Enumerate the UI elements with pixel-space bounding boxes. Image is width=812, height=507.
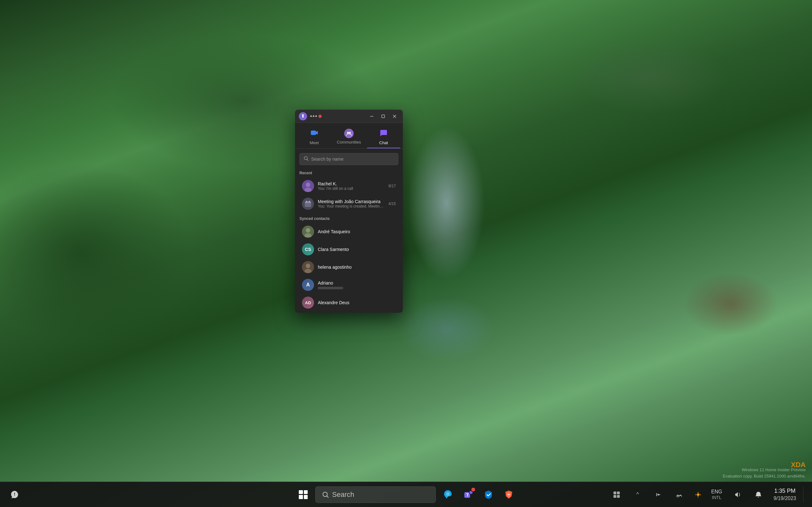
language-indicator[interactable]: ENG INTL [709, 487, 725, 503]
tab-communities-label: Communities [337, 140, 361, 145]
rachel-name: Rachel K. [318, 181, 385, 186]
svg-rect-30 [617, 492, 620, 494]
teams-taskbar-icon[interactable]: T [460, 487, 476, 503]
svg-point-11 [306, 182, 310, 187]
adriano-avatar: A [302, 279, 314, 291]
alexandre-name: Alexandre Deus [318, 300, 396, 305]
synced-contacts-title: Synced contacts [299, 216, 398, 221]
adriano-redacted [318, 287, 343, 289]
rachel-date: 8/17 [389, 184, 396, 188]
search-icon [304, 156, 309, 162]
notification-bell-icon[interactable] [750, 487, 767, 503]
alexandre-info: Alexandre Deus [318, 300, 396, 305]
lang-code: ENG [711, 489, 722, 495]
andre-avatar [302, 226, 314, 238]
search-area: Search by name [295, 149, 403, 168]
svg-rect-0 [302, 115, 304, 118]
synced-contacts-section: Synced contacts André Tasqueiro [295, 214, 403, 313]
titlebar-menu-dots[interactable] [310, 115, 322, 118]
tab-meet-label: Meet [310, 140, 319, 145]
clara-info: Clara Sarmento [318, 247, 396, 252]
helena-name: helena agostinho [318, 265, 396, 270]
taskbar-right: ^ [608, 487, 806, 503]
svg-text:T: T [466, 493, 469, 498]
contact-item-clara[interactable]: CS Clara Sarmento [299, 240, 398, 258]
communities-icon [344, 129, 354, 138]
search-input-wrap[interactable]: Search by name [299, 153, 398, 165]
minimize-button[interactable] [367, 112, 376, 121]
rachel-sub: You: I'm still on a call [318, 186, 385, 191]
clock-display[interactable]: 1:35 PM 9/19/2023 [771, 487, 799, 503]
helena-avatar [302, 261, 314, 273]
contact-item-rachel[interactable]: Rachel K. You: I'm still on a call 8/17 [299, 177, 398, 195]
media-controls-icon[interactable] [650, 487, 667, 503]
adriano-info: Adriano [318, 280, 396, 289]
teams-notification-badge [471, 487, 476, 492]
taskbar: Search T [0, 482, 812, 507]
contact-item-joao-meeting[interactable]: Meeting with João Carrasqueira You: Your… [299, 195, 398, 213]
teams-chat-panel: Meet Communities [295, 110, 403, 313]
svg-point-22 [306, 264, 310, 268]
svg-point-37 [700, 494, 701, 495]
xda-watermark: XDA [791, 461, 806, 469]
panel-tabs: Meet Communities [295, 123, 403, 148]
contact-item-helena[interactable]: helena agostinho [299, 258, 398, 276]
titlebar-left [299, 112, 322, 120]
taskbar-overflow-icon[interactable]: ^ [629, 487, 646, 503]
helena-info: helena agostinho [318, 265, 396, 270]
svg-point-19 [306, 228, 310, 233]
svg-point-7 [349, 132, 351, 134]
contact-item-andre[interactable]: André Tasqueiro [299, 223, 398, 240]
time-text: 1:35 PM [774, 488, 796, 495]
svg-line-25 [327, 496, 328, 498]
tab-communities[interactable]: Communities [332, 125, 365, 148]
tab-meet[interactable]: Meet [298, 125, 331, 148]
rachel-avatar [302, 180, 314, 192]
maximize-button[interactable] [379, 112, 388, 121]
volume-icon[interactable] [729, 487, 746, 503]
svg-point-6 [347, 132, 349, 134]
contact-item-alexandre[interactable]: AD Alexandre Deus [299, 294, 398, 312]
svg-rect-17 [309, 201, 310, 203]
action-center-icon[interactable] [6, 487, 23, 503]
notification-red-dot [318, 115, 322, 118]
windows-security-icon[interactable] [480, 487, 497, 503]
show-desktop-button[interactable] [803, 487, 806, 503]
svg-point-33 [697, 493, 699, 496]
eval-line2: Evaluation copy. Build 25941.1000.amd64f… [723, 473, 806, 480]
joao-meeting-info: Meeting with João Carrasqueira You: Your… [318, 199, 385, 209]
joao-meeting-sub: You: Your meeting is created. Meeting li… [318, 204, 385, 209]
andre-name: André Tasqueiro [318, 229, 396, 234]
widgets-icon[interactable] [608, 487, 625, 503]
start-button[interactable] [295, 487, 311, 503]
svg-rect-29 [613, 492, 616, 494]
svg-line-9 [307, 159, 308, 161]
svg-point-35 [698, 496, 699, 497]
recent-section-title: Recent [299, 171, 398, 175]
adriano-name: Adriano [318, 280, 396, 285]
panel-titlebar [295, 110, 403, 123]
recent-section: Recent Rachel K. You: I'm still [295, 168, 403, 214]
svg-rect-31 [613, 495, 616, 498]
joao-meeting-avatar [302, 198, 314, 210]
svg-rect-15 [305, 202, 311, 203]
brave-browser-icon[interactable] [501, 487, 517, 503]
svg-rect-2 [382, 115, 385, 118]
taskbar-search-text: Search [332, 491, 354, 499]
edge-browser-icon[interactable] [440, 487, 456, 503]
clara-avatar: CS [302, 243, 314, 256]
close-button[interactable] [390, 112, 399, 121]
contact-item-adriano[interactable]: A Adriano [299, 276, 398, 294]
joao-meeting-name: Meeting with João Carrasqueira [318, 199, 385, 204]
taskbar-search[interactable]: Search [315, 487, 436, 503]
svg-rect-16 [306, 201, 307, 203]
rachel-info: Rachel K. You: I'm still on a call [318, 181, 385, 191]
meet-icon [310, 129, 318, 139]
network-icon[interactable] [671, 487, 688, 503]
teams-app-avatar [299, 112, 307, 120]
tab-chat[interactable]: Chat [367, 125, 400, 148]
svg-point-34 [698, 492, 699, 493]
svg-rect-1 [370, 116, 373, 117]
panel-content[interactable]: Search by name Recent [295, 149, 403, 313]
weather-icon[interactable] [692, 487, 704, 503]
